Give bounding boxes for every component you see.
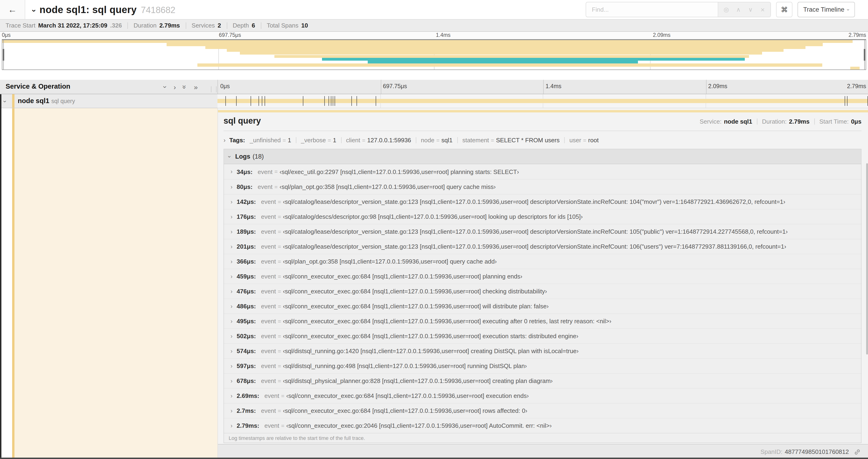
log-field-name: event — [261, 213, 276, 220]
detail-span-title: sql query — [223, 116, 261, 126]
tags-accordion[interactable]: › Tags: _unfinished=1_verbose=1client=12… — [223, 137, 862, 144]
log-marker — [845, 96, 845, 106]
trace-timeline-page: ← › node sql1: sql query 7418682 ◎ ∧ ∨ ×… — [0, 0, 868, 459]
minimap-canvas[interactable] — [2, 39, 866, 70]
log-marker — [258, 96, 259, 106]
minimap-span — [322, 58, 745, 61]
expand-one-icon[interactable]: › — [174, 83, 176, 90]
view-selector-button[interactable]: Trace Timeline › — [798, 2, 855, 17]
find-clear-icon[interactable]: × — [757, 4, 768, 15]
log-entry-row[interactable]: ›176μs:event=‹sql/catalog/descs/descript… — [224, 209, 861, 224]
timeline-tick-label: 2.79ms — [847, 83, 866, 90]
log-field-name: event — [261, 288, 276, 295]
log-entry-row[interactable]: ›366μs:event=‹sql/plan_opt.go:358 [nsql1… — [224, 254, 861, 269]
log-entry-row[interactable]: ›142μs:event=‹sql/catalog/lease/descript… — [224, 194, 861, 209]
chevron-right-icon: › — [230, 273, 232, 280]
log-entry-row[interactable]: ›574μs:event=‹sql/distsql_running.go:142… — [224, 343, 861, 358]
log-entry-row[interactable]: ›34μs:event=‹sql/exec_util.go:2297 [nsql… — [224, 164, 861, 179]
log-entry-row[interactable]: ›2.7ms:event=‹sql/conn_executor_exec.go:… — [224, 403, 861, 418]
log-entry-row[interactable]: ›597μs:event=‹sql/distsql_running.go:498… — [224, 358, 861, 373]
vertical-scrollbar-thumb[interactable] — [866, 163, 868, 355]
overview-label: Start Time: — [819, 118, 849, 125]
log-marker — [333, 96, 334, 106]
tag-value: 1 — [288, 137, 291, 144]
find-input[interactable] — [586, 2, 718, 17]
log-field-name: event — [261, 273, 276, 280]
timeline-tick-label: 1.4ms — [434, 32, 451, 38]
log-entry-row[interactable]: ›476μs:event=‹sql/conn_executor_exec.go:… — [224, 284, 861, 299]
chevron-right-icon: › — [230, 422, 232, 429]
find-next-icon[interactable]: ∨ — [745, 4, 756, 15]
tag-key: user — [569, 137, 581, 144]
minimap-span — [2, 40, 853, 43]
span-id-label: SpanID: — [761, 448, 782, 455]
log-entry-row[interactable]: ›486μs:event=‹sql/conn_executor_exec.go:… — [224, 299, 861, 314]
link-icon[interactable] — [854, 449, 861, 455]
log-entry-row[interactable]: ›502μs:event=‹sql/conn_executor_exec.go:… — [224, 328, 861, 343]
collapse-trace-icon[interactable]: › — [29, 9, 39, 12]
log-marker — [265, 96, 265, 106]
log-entry-row[interactable]: ›678μs:event=‹sql/distsql_physical_plann… — [224, 373, 861, 388]
log-field-name: event — [261, 378, 276, 384]
detail-left-column — [0, 108, 217, 459]
span-row: › node sql1 sql query — [0, 94, 868, 108]
tag-key: _unfinished — [250, 137, 281, 144]
log-equals: = — [281, 422, 284, 429]
divider — [564, 137, 565, 143]
log-entry-row[interactable]: ›459μs:event=‹sql/conn_executor_exec.go:… — [224, 269, 861, 284]
log-field-name: event — [261, 258, 276, 265]
minimap-left-scrubber[interactable] — [3, 40, 4, 69]
chevron-right-icon: › — [223, 137, 226, 144]
log-marker — [867, 96, 868, 106]
minimap-span-rows — [2, 40, 866, 69]
logs-accordion: › Logs (18) ›34μs:event=‹sql/exec_util.g… — [223, 149, 862, 443]
span-row-timeline-cell[interactable] — [217, 94, 868, 108]
chevron-right-icon: › — [230, 258, 232, 265]
chevron-right-icon: › — [230, 318, 232, 324]
log-entry-row[interactable]: ›2.69ms:event=‹sql/conn_executor_exec.go… — [224, 388, 861, 403]
chevron-right-icon: › — [230, 214, 232, 220]
find-prev-icon[interactable]: ∧ — [733, 4, 744, 15]
log-entry-row[interactable]: ›495μs:event=‹sql/conn_executor_exec.go:… — [224, 314, 861, 328]
log-marker — [261, 96, 262, 106]
collapse-all-icon[interactable]: » — [181, 85, 188, 89]
log-field-name: event — [261, 303, 276, 310]
log-equals: = — [278, 243, 281, 250]
overview-value: 2.79ms — [789, 118, 809, 125]
back-button[interactable]: ← — [0, 0, 25, 19]
log-entry-row[interactable]: ›2.79ms:event=‹sql/conn_executor_exec.go… — [224, 418, 861, 433]
log-entry-row[interactable]: ›201μs:event=‹sql/catalog/lease/descript… — [224, 239, 861, 254]
log-value: ‹sql/catalog/lease/descriptor_version_st… — [283, 198, 785, 205]
locate-icon[interactable]: ◎ — [721, 4, 732, 15]
chevron-right-icon: › — [230, 393, 232, 399]
log-timestamp: 189μs: — [237, 228, 256, 235]
column-resize-grip[interactable] — [211, 86, 217, 92]
span-row-name-cell[interactable]: › node sql1 sql query — [0, 94, 217, 108]
trace-stat: Depth6 — [232, 22, 255, 29]
chevron-right-icon: › — [230, 303, 232, 309]
collapse-one-icon[interactable]: › — [162, 86, 169, 88]
keyboard-shortcuts-button[interactable]: ⌘ — [776, 2, 793, 17]
log-timestamp: 486μs: — [237, 303, 256, 310]
timeline-tick-label: 2.09ms — [651, 32, 670, 38]
tag-value: 1 — [333, 137, 336, 144]
log-entry-row[interactable]: ›80μs:event=‹sql/plan_opt.go:358 [nsql1,… — [224, 179, 861, 194]
logs-header[interactable]: › Logs (18) — [224, 149, 861, 164]
minimap-right-scrubber[interactable] — [864, 40, 865, 69]
log-timestamp: 502μs: — [237, 333, 256, 339]
divider — [186, 22, 186, 29]
view-selector-label: Trace Timeline — [803, 6, 844, 13]
log-timestamp: 597μs: — [237, 362, 256, 369]
tag-value: 127.0.0.1:59936 — [367, 137, 411, 144]
row-collapse-icon[interactable]: › — [2, 101, 9, 103]
trace-stat-value: March 31 2022, 17:25:09 — [38, 22, 107, 29]
trace-stat: Services2 — [192, 22, 221, 29]
log-equals: = — [278, 318, 281, 324]
service-color-stripe — [12, 108, 14, 459]
expand-all-icon[interactable]: » — [194, 83, 198, 90]
log-entry-row[interactable]: ›189μs:event=‹sql/catalog/lease/descript… — [224, 224, 861, 239]
timeline-ticks-header: 0μs697.75μs1.4ms2.09ms2.79ms — [217, 80, 868, 94]
timeline-tick-label: 1.4ms — [543, 83, 561, 90]
trace-stat-label: Services — [192, 22, 215, 29]
log-value: ‹sql/exec_util.go:2297 [nsql1,client=127… — [280, 168, 519, 175]
